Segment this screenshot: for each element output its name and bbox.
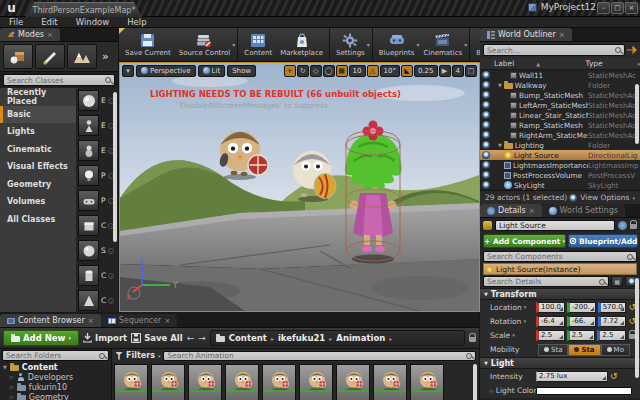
property-matrix-icon[interactable]: ▦ xyxy=(611,276,623,287)
breadcrumb-content[interactable]: Content xyxy=(229,333,267,343)
assets-scrollbar[interactable] xyxy=(473,364,477,400)
actor-name-field[interactable]: Light Source xyxy=(495,220,615,231)
animation-thumbnail[interactable] xyxy=(225,364,259,400)
rotate-tool-icon[interactable]: ↻ xyxy=(297,65,309,77)
grid-snap-icon[interactable]: ▦ xyxy=(336,65,348,77)
minimize-button[interactable]: – xyxy=(597,2,610,14)
outliner-row[interactable]: RightArm_StaticMeshStaticMeshAc xyxy=(480,130,640,140)
visibility-eye-icon[interactable] xyxy=(482,121,490,129)
search-details-input[interactable]: Search Details xyxy=(483,276,609,287)
tab-close-icon[interactable]: × xyxy=(164,317,170,325)
close-button[interactable]: × xyxy=(625,2,638,14)
public-view-icon[interactable] xyxy=(618,221,627,230)
outliner-scrollbar[interactable] xyxy=(635,84,639,144)
add-new-button[interactable]: Add New▾ xyxy=(3,330,79,346)
menu-window[interactable]: Window xyxy=(67,17,119,27)
search-folders-input[interactable]: Search Folders xyxy=(2,350,109,361)
outliner-row[interactable]: Ramp_StaticMeshStaticMeshAc xyxy=(480,120,640,130)
outliner-row[interactable]: Wall11StaticMeshAc xyxy=(480,70,640,80)
maximize-button[interactable]: □ xyxy=(611,2,624,14)
search-classes-input[interactable]: Search Classes xyxy=(3,74,115,86)
visibility-eye-icon[interactable] xyxy=(482,161,490,169)
translate-tool-icon[interactable]: + xyxy=(284,65,296,77)
placeable-player-start[interactable]: Pi xyxy=(76,188,118,213)
outliner-row[interactable]: LeftArm_StaticMeshStaticMeshAc xyxy=(480,100,640,110)
add-component-button[interactable]: + Add Component▾ xyxy=(483,234,566,248)
visibility-eye-icon[interactable] xyxy=(482,181,490,189)
tab-close-icon[interactable]: × xyxy=(529,207,535,215)
placeable-cone[interactable]: Ci xyxy=(76,288,118,313)
lit-button[interactable]: Lit xyxy=(198,65,226,77)
rotation-z-field[interactable]: 7.72 xyxy=(598,316,627,327)
tree-item-geometry[interactable]: ▷Geometry xyxy=(0,392,111,400)
category-geometry[interactable]: Geometry xyxy=(0,176,76,194)
maximize-viewport-icon[interactable]: □ xyxy=(465,65,477,77)
camera-speed-icon[interactable]: ▶ xyxy=(439,65,451,77)
settings-button[interactable]: Settings xyxy=(332,29,369,60)
content-browser-lock-icon[interactable] xyxy=(469,337,476,342)
tab-close-icon[interactable]: × xyxy=(47,31,53,39)
landscape-mode-button[interactable] xyxy=(67,44,97,69)
tab-close-icon[interactable]: × xyxy=(88,317,94,325)
scale-z-field[interactable]: 2.5 xyxy=(597,330,626,341)
scale-tool-icon[interactable]: ◇ xyxy=(310,65,322,77)
component-light-source-instance[interactable]: Light Source(Instance) xyxy=(483,263,637,275)
sequencer-tab[interactable]: Sequencer × xyxy=(101,314,178,327)
scale-y-field[interactable]: 2.5 xyxy=(567,330,596,341)
location-z-field[interactable]: 570.0 xyxy=(598,302,627,313)
visibility-eye-icon[interactable] xyxy=(482,101,490,109)
menu-edit[interactable]: Edit xyxy=(32,17,66,27)
outliner-search-input[interactable]: Search... xyxy=(483,44,625,56)
light-color-swatch[interactable] xyxy=(536,387,632,395)
outliner-row[interactable]: Linear_Stair_StaticMeshStaticMeshAc xyxy=(480,110,640,120)
content-browser-tab[interactable]: Content Browser × xyxy=(0,314,101,327)
blueprints-button[interactable]: Blueprints xyxy=(375,29,419,60)
animation-thumbnail[interactable] xyxy=(151,364,185,400)
animation-thumbnail[interactable] xyxy=(262,364,296,400)
modes-tab[interactable]: Modes × xyxy=(0,28,60,41)
modes-scrollbar[interactable] xyxy=(113,92,117,242)
category-all-classes[interactable]: All Classes xyxy=(0,211,76,229)
viewport-options-caret-icon[interactable]: ▾ xyxy=(122,65,134,77)
placeable-cube[interactable]: Ci xyxy=(76,213,118,238)
menu-help[interactable]: Help xyxy=(118,17,155,27)
light-section-header[interactable]: ▼Light xyxy=(480,357,640,369)
scale-snap-icon[interactable]: ◣ xyxy=(401,65,413,77)
location-x-field[interactable]: 100.0 xyxy=(536,302,565,313)
save-all-button[interactable]: Save All xyxy=(131,333,183,343)
visibility-eye-icon[interactable] xyxy=(482,131,490,139)
paint-mode-button[interactable] xyxy=(35,44,65,69)
outliner-row[interactable]: LightmassImportanceLightmassImp xyxy=(480,160,640,170)
category-lights[interactable]: Lights xyxy=(0,123,76,141)
camera-speed-value[interactable]: 4 xyxy=(452,65,464,77)
category-visual-effects[interactable]: Visual Effects xyxy=(0,158,76,176)
level-viewport[interactable]: Y z x ▾ Perspective Lit Show + ↻ ◇ ◯ ▦ 1… xyxy=(119,62,480,312)
tree-item-content[interactable]: ▼Content xyxy=(0,362,111,372)
cinematics-button[interactable]: Cinematics xyxy=(419,29,466,60)
tab-close-icon[interactable]: × xyxy=(559,31,565,39)
outliner-row[interactable]: PostProcessVolumePostProcessV xyxy=(480,170,640,180)
perspective-button[interactable]: Perspective xyxy=(136,65,196,77)
back-arrow-icon[interactable]: ← xyxy=(187,333,195,343)
source-control-caret-icon[interactable]: ▾ xyxy=(232,41,235,48)
visibility-eye-icon[interactable] xyxy=(482,141,490,149)
world-settings-tab[interactable]: World Settings xyxy=(542,204,625,217)
category-cinematic[interactable]: Cinematic xyxy=(0,141,76,159)
animation-thumbnail[interactable] xyxy=(373,364,407,400)
visibility-eye-icon[interactable] xyxy=(482,151,490,159)
save-current-button[interactable]: Save Current xyxy=(121,29,175,60)
outliner-row[interactable]: Bump_StaticMeshStaticMeshAc xyxy=(480,90,640,100)
placeable-empty-pawn[interactable]: Ei xyxy=(76,138,118,163)
visibility-eye-icon[interactable] xyxy=(482,91,490,99)
tree-item-developers[interactable]: ▷Developers xyxy=(0,372,111,382)
grid-snap-value[interactable]: 10 xyxy=(349,65,366,77)
breadcrumb-ikefuku21[interactable]: ikefuku21 xyxy=(278,333,325,343)
details-tab[interactable]: Details × xyxy=(480,204,542,217)
place-mode-button[interactable] xyxy=(3,44,33,69)
forward-arrow-icon[interactable]: → xyxy=(198,333,206,343)
rotation-snap-value[interactable]: 10° xyxy=(380,65,400,77)
placeable-sphere[interactable]: Si xyxy=(76,238,118,263)
category-recently-placed[interactable]: Recently Placed xyxy=(0,88,76,106)
outliner-row[interactable]: ▼LightingFolder xyxy=(480,140,640,150)
outliner-header[interactable]: Label▲ Type▾ xyxy=(480,58,640,70)
